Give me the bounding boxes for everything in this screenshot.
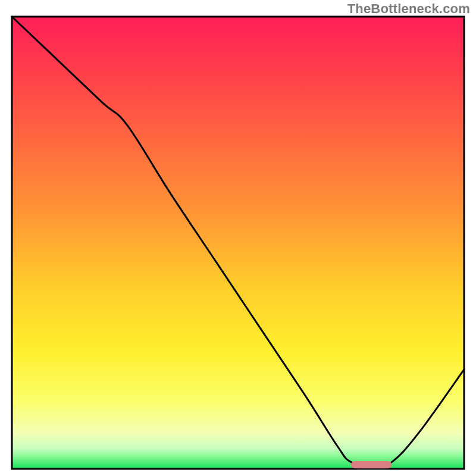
target-range-marker: [351, 461, 392, 468]
chart-background: [12, 17, 464, 469]
bottleneck-chart: [0, 0, 476, 476]
chart-stage: TheBottleneck.com: [0, 0, 476, 476]
